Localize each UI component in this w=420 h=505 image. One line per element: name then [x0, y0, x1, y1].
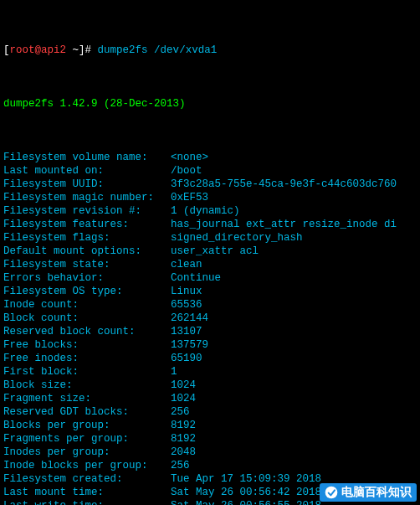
row-value: 2048: [171, 446, 196, 459]
brand-logo-icon: [325, 486, 338, 499]
row-label: Default mount options:: [3, 245, 171, 258]
command-text: dumpe2fs /dev/xvda1: [98, 44, 218, 57]
watermark-badge: 电脑百科知识: [320, 483, 417, 502]
output-row: Block count:262144: [3, 312, 417, 325]
row-label: Blocks per group:: [3, 419, 171, 432]
row-label: Filesystem volume name:: [3, 151, 171, 164]
row-value: 137579: [171, 338, 208, 352]
output-row: Filesystem magic number:0xEF53: [3, 191, 417, 204]
output-row: Inodes per group:2048: [3, 446, 417, 459]
row-label: Last mount time:: [3, 486, 171, 499]
output-row: Free inodes:65190: [3, 352, 417, 365]
row-value: 8192: [171, 432, 196, 446]
output-row: Filesystem state:clean: [3, 258, 417, 271]
row-value: /boot: [171, 164, 202, 178]
row-label: Inode count:: [3, 298, 171, 312]
row-value: 8192: [171, 419, 196, 432]
output-row: Filesystem UUID:3f3c28a5-755e-45ca-9e3f-…: [3, 178, 417, 191]
row-value: 3f3c28a5-755e-45ca-9e3f-c44c603dc760: [171, 178, 397, 191]
row-value: 65536: [171, 298, 202, 312]
row-label: Inode blocks per group:: [3, 459, 171, 472]
row-label: Inodes per group:: [3, 446, 171, 459]
row-label: Filesystem created:: [3, 472, 171, 486]
row-label: Filesystem revision #:: [3, 204, 171, 218]
row-value: Sat May 26 00:56:42 2018: [171, 486, 321, 499]
prompt-user-host: root@api2: [10, 44, 67, 57]
row-value: Continue: [171, 271, 221, 285]
row-label: Last write time:: [3, 499, 171, 505]
output-rows: Filesystem volume name:<none>Last mounte…: [3, 151, 417, 505]
row-value: user_xattr acl: [171, 245, 259, 258]
row-value: 1024: [171, 392, 196, 405]
row-value: <none>: [171, 151, 208, 164]
row-value: clean: [171, 258, 202, 271]
output-row: Reserved block count:13107: [3, 325, 417, 338]
row-value: 1 (dynamic): [171, 204, 240, 218]
prompt-close: ]: [79, 44, 85, 57]
output-row: Filesystem flags:signed_directory_hash: [3, 231, 417, 245]
row-label: Filesystem state:: [3, 258, 171, 271]
row-label: Filesystem features:: [3, 218, 171, 231]
row-value: has_journal ext_attr resize_inode di: [171, 218, 397, 231]
row-value: 256: [171, 405, 190, 419]
row-value: 65190: [171, 352, 202, 365]
prompt-symbol: #: [85, 44, 92, 57]
watermark-text: 电脑百科知识: [341, 485, 412, 500]
row-value: 1: [171, 365, 177, 379]
row-label: Fragment size:: [3, 392, 171, 405]
output-row: Filesystem revision #:1 (dynamic): [3, 204, 417, 218]
output-row: Free blocks:137579: [3, 338, 417, 352]
output-row: Reserved GDT blocks:256: [3, 405, 417, 419]
output-row: Filesystem volume name:<none>: [3, 151, 417, 164]
output-row: First block:1: [3, 365, 417, 379]
prompt-open: [: [3, 44, 10, 57]
output-row: Blocks per group:8192: [3, 419, 417, 432]
output-row: Fragment size:1024: [3, 392, 417, 405]
output-row: Filesystem OS type:Linux: [3, 285, 417, 298]
row-label: Block size:: [3, 379, 171, 392]
row-label: First block:: [3, 365, 171, 379]
row-value: 256: [171, 459, 190, 472]
row-label: Filesystem flags:: [3, 231, 171, 245]
row-value: Linux: [171, 285, 202, 298]
prompt-line: [root@api2 ~]# dumpe2fs /dev/xvda1: [3, 44, 417, 57]
row-label: Last mounted on:: [3, 164, 171, 178]
output-row: Fragments per group:8192: [3, 432, 417, 446]
row-label: Free inodes:: [3, 352, 171, 365]
banner-text: dumpe2fs 1.42.9 (28-Dec-2013): [3, 97, 186, 111]
row-value: 1024: [171, 379, 196, 392]
row-label: Fragments per group:: [3, 432, 171, 446]
terminal-output: [root@api2 ~]# dumpe2fs /dev/xvda1 dumpe…: [3, 3, 417, 505]
output-row: Errors behavior:Continue: [3, 271, 417, 285]
prompt-path: ~: [73, 44, 79, 57]
output-row: Inode count:65536: [3, 298, 417, 312]
row-label: Reserved block count:: [3, 325, 171, 338]
row-value: Tue Apr 17 15:09:39 2018: [171, 472, 321, 486]
row-label: Free blocks:: [3, 338, 171, 352]
svg-point-0: [325, 487, 338, 499]
row-value: signed_directory_hash: [171, 231, 303, 245]
row-value: Sat May 26 00:56:55 2018: [171, 499, 321, 505]
output-row: Last mounted on:/boot: [3, 164, 417, 178]
row-label: Reserved GDT blocks:: [3, 405, 171, 419]
row-label: Filesystem magic number:: [3, 191, 171, 204]
row-label: Filesystem UUID:: [3, 178, 171, 191]
output-row: Filesystem features:has_journal ext_attr…: [3, 218, 417, 231]
row-value: 13107: [171, 325, 202, 338]
output-row: Inode blocks per group:256: [3, 459, 417, 472]
row-label: Filesystem OS type:: [3, 285, 171, 298]
row-label: Block count:: [3, 312, 171, 325]
banner-line: dumpe2fs 1.42.9 (28-Dec-2013): [3, 97, 417, 111]
row-value: 262144: [171, 312, 208, 325]
row-label: Errors behavior:: [3, 271, 171, 285]
output-row: Block size:1024: [3, 379, 417, 392]
output-row: Default mount options:user_xattr acl: [3, 245, 417, 258]
row-value: 0xEF53: [171, 191, 208, 204]
